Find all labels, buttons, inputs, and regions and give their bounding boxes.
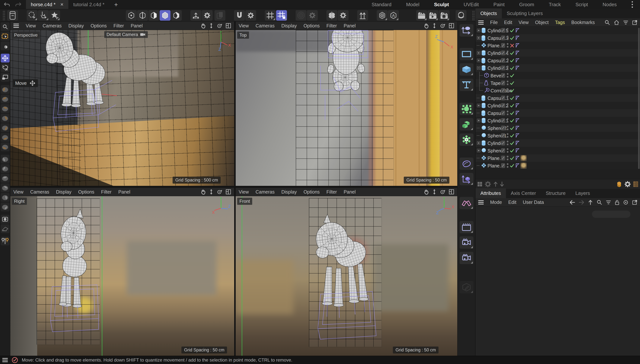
phong-tag-icon[interactable] — [515, 28, 520, 33]
dolly-icon[interactable] — [432, 189, 436, 195]
brush-knife-tool[interactable] — [1, 123, 10, 132]
expand-toggle-icon[interactable] — [477, 149, 480, 152]
edit-toggle[interactable] — [501, 88, 505, 93]
modeling-settings-button[interactable] — [7, 10, 18, 21]
mode-model-button[interactable] — [160, 10, 171, 21]
edit-toggle[interactable] — [501, 80, 505, 86]
brush-smooth-tool[interactable] — [1, 104, 10, 113]
viewport-menu-display[interactable]: Display — [281, 189, 297, 195]
visibility-dots[interactable] — [507, 65, 508, 71]
rotate-tool[interactable] — [1, 63, 10, 72]
mode-polygons-button[interactable] — [148, 10, 159, 21]
toggle-views-icon[interactable] — [226, 23, 231, 28]
expand-toggle-icon[interactable] — [477, 119, 480, 122]
expand-toggle-icon[interactable] — [477, 66, 480, 70]
dolly-icon[interactable] — [209, 23, 213, 29]
phong-tag-icon[interactable] — [515, 156, 520, 160]
object-row-capsule[interactable]: Capsule — [475, 109, 640, 117]
layout-tab-model[interactable]: Model — [406, 2, 419, 8]
viewport-menu-filter[interactable]: Filter — [101, 189, 112, 195]
viewport-menu-cameras[interactable]: Cameras — [30, 189, 49, 195]
toolbar-drag-handle[interactable] — [3, 10, 5, 20]
viewport-menu-cameras[interactable]: Cameras — [256, 189, 275, 195]
brush-grab-tool[interactable] — [1, 94, 10, 104]
pan-icon[interactable] — [424, 189, 429, 195]
search-icon[interactable] — [604, 20, 610, 25]
attribute-menu-edit[interactable]: Edit — [508, 200, 516, 205]
layout-tab-paint[interactable]: Paint — [493, 2, 505, 8]
viewport-menu-view[interactable]: View — [13, 189, 24, 195]
snap-settings-button[interactable] — [245, 10, 256, 21]
edit-toggle[interactable] — [501, 156, 505, 160]
viewport-front[interactable]: ViewCamerasDisplayOptionsFilterPanelFron… — [236, 188, 457, 356]
layout-gear-icon[interactable] — [484, 180, 492, 188]
material-node-button[interactable] — [459, 281, 473, 294]
phong-tag-icon[interactable] — [515, 110, 520, 116]
panel-tab-structure[interactable]: Structure — [541, 188, 570, 198]
expand-toggle-icon[interactable] — [477, 29, 480, 32]
object-menu-edit[interactable]: Edit — [504, 20, 512, 25]
edit-toggle[interactable] — [501, 28, 505, 33]
visibility-dots[interactable] — [507, 155, 508, 161]
viewport-menu-display[interactable]: Display — [281, 23, 297, 28]
orbit-icon[interactable] — [440, 189, 445, 195]
brush-pull-tool[interactable] — [1, 85, 10, 94]
live-selection-tool[interactable] — [1, 32, 10, 41]
up-icon[interactable] — [588, 200, 593, 205]
object-row-taper[interactable]: Taper — [475, 79, 640, 87]
object-row-plane-1[interactable]: Plane.1 — [475, 162, 640, 169]
move-tool[interactable] — [1, 54, 10, 62]
pan-icon[interactable] — [424, 23, 429, 28]
expand-toggle-icon[interactable] — [477, 59, 480, 62]
object-row-sphere-2[interactable]: Sphere.2 — [475, 124, 640, 132]
brush-amplify-tool[interactable] — [1, 184, 10, 192]
filter-icon[interactable] — [606, 200, 611, 205]
layout-tab-uvedit[interactable]: UVEdit — [464, 2, 479, 8]
object-row-capsule-1[interactable]: Capsule.1 — [475, 94, 640, 102]
orbit-icon[interactable] — [217, 23, 222, 28]
render-scene-button[interactable] — [459, 221, 473, 233]
attribute-menu-icon[interactable] — [478, 200, 484, 204]
object-row-cylinder-5[interactable]: Cylinder.5 — [475, 27, 640, 34]
brush-scrape-tool[interactable] — [1, 174, 10, 183]
render-view-button[interactable] — [416, 10, 427, 21]
axis-tool-button[interactable] — [190, 10, 201, 21]
edit-toggle[interactable] — [501, 50, 505, 56]
toggle-views-icon[interactable] — [226, 189, 231, 195]
dolly-icon[interactable] — [432, 23, 436, 29]
subdivision-surface-button[interactable] — [459, 103, 473, 115]
viewport-right[interactable]: ViewCamerasDisplayOptionsFilterPanelRigh… — [10, 188, 234, 356]
texture-grid-icon[interactable] — [633, 181, 638, 187]
viewport-menu-cameras[interactable]: Cameras — [256, 23, 275, 28]
phong-tag-icon[interactable] — [515, 133, 520, 138]
viewport-menu-panel[interactable]: Panel — [344, 23, 356, 28]
undo-icon[interactable] — [4, 1, 11, 8]
viewport-menu-icon[interactable] — [13, 24, 19, 28]
viewport-menu-view[interactable]: View — [239, 23, 249, 28]
viewport-menu-options[interactable]: Options — [303, 23, 320, 28]
object-row-capsule-3[interactable]: Capsule.3 — [475, 34, 640, 42]
render-all-button[interactable] — [427, 10, 438, 21]
document-tab[interactable]: horse.c4d *× — [26, 0, 68, 9]
phong-tag-icon[interactable] — [515, 126, 520, 130]
star-selection-button[interactable] — [49, 10, 60, 21]
scale-tool[interactable] — [1, 73, 10, 82]
cube-button[interactable] — [459, 63, 473, 76]
move-selection-button[interactable] — [38, 10, 49, 21]
phong-tag-icon[interactable] — [515, 163, 520, 168]
popout-icon[interactable] — [632, 20, 637, 25]
text-button[interactable] — [459, 79, 473, 91]
pan-icon[interactable] — [201, 189, 206, 195]
texture-tag-thumbnail[interactable] — [520, 155, 527, 162]
panel-tab-layers[interactable]: Layers — [570, 188, 595, 198]
instance-button[interactable] — [459, 173, 473, 185]
viewport-menu-filter[interactable]: Filter — [326, 189, 337, 195]
viewport-menu-cameras[interactable]: Cameras — [43, 23, 62, 28]
visibility-dots[interactable] — [507, 125, 508, 131]
panel-drag-handle[interactable] — [472, 10, 475, 20]
visibility-dots[interactable] — [507, 73, 508, 78]
edit-toggle[interactable] — [501, 133, 505, 138]
extrude-arrows-button[interactable] — [357, 10, 368, 21]
viewport-menu-panel[interactable]: Panel — [344, 189, 356, 195]
visibility-dots[interactable] — [507, 118, 508, 123]
